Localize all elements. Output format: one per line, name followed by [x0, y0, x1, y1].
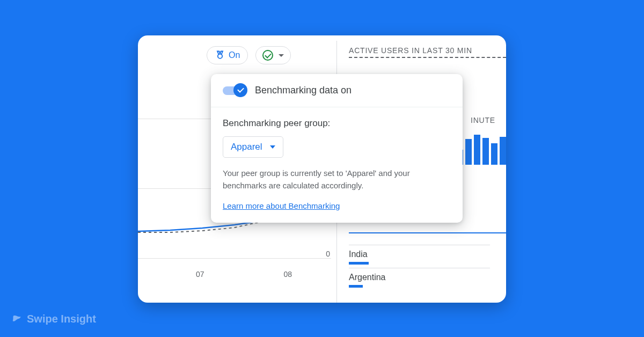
bar — [482, 138, 489, 165]
bar — [491, 143, 497, 165]
on-label: On — [229, 50, 240, 60]
status-dropdown[interactable] — [255, 46, 291, 64]
country-list: IndiaArgentina — [349, 245, 490, 291]
country-row[interactable]: India — [349, 245, 490, 268]
chevron-down-icon — [279, 54, 284, 57]
peer-group-dropdown[interactable]: Apparel — [223, 136, 283, 158]
country-row[interactable]: Argentina — [349, 268, 490, 291]
popover-description: Your peer group is currently set to 'App… — [223, 167, 451, 192]
swipe-icon — [12, 314, 23, 325]
active-users-header: ACTIVE USERS IN LAST 30 MIN — [349, 46, 506, 58]
svg-point-0 — [218, 54, 222, 58]
blue-divider — [349, 232, 506, 233]
popover-header: Benchmarking data on — [211, 74, 463, 107]
x-tick: 07 — [196, 270, 204, 279]
benchmark-toggle[interactable] — [223, 86, 245, 95]
medal-icon — [215, 50, 225, 61]
chevron-down-icon — [270, 145, 275, 149]
bar — [500, 137, 506, 165]
dropdown-value: Apparel — [231, 142, 262, 152]
benchmark-on-pill[interactable]: On — [207, 46, 248, 64]
bar — [465, 139, 472, 165]
x-axis: 07 08 — [196, 270, 292, 279]
y-axis-zero: 0 — [326, 250, 330, 258]
peer-group-label: Benchmarking peer group: — [223, 118, 451, 129]
analytics-card: On ACTIVE USERS IN LAST 30 MIN INUTE 0 0… — [138, 35, 506, 303]
benchmarking-popover: Benchmarking data on Benchmarking peer g… — [211, 74, 463, 223]
check-circle-icon — [262, 50, 273, 61]
country-name: Argentina — [349, 273, 490, 282]
bar — [474, 135, 480, 165]
country-name: India — [349, 250, 490, 259]
popover-body: Benchmarking peer group: Apparel Your pe… — [211, 107, 463, 223]
toolbar: On — [207, 46, 291, 64]
popover-title: Benchmarking data on — [255, 85, 352, 96]
country-bar — [349, 262, 369, 265]
toggle-thumb-check-icon — [233, 83, 247, 97]
country-bar — [349, 285, 363, 288]
watermark: Swipe Insight — [12, 313, 96, 325]
learn-more-link[interactable]: Learn more about Benchmarking — [223, 201, 340, 210]
watermark-text: Swipe Insight — [27, 313, 96, 325]
per-minute-label: INUTE — [471, 116, 495, 124]
x-tick: 08 — [284, 270, 292, 279]
